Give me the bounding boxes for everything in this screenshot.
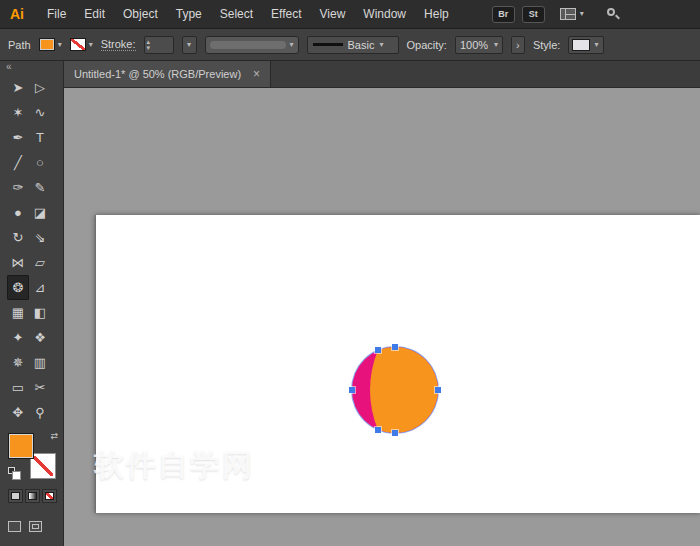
- pen-tool[interactable]: ✒: [7, 125, 29, 150]
- workspace-switcher[interactable]: ▾: [560, 8, 584, 20]
- brush-stroke-preview-icon: [313, 43, 343, 46]
- type-tool[interactable]: T: [29, 125, 51, 150]
- opacity-value: 100%: [460, 39, 488, 51]
- stepper-arrows-icon: ▴ ▾: [147, 39, 151, 50]
- direct-selection-tool[interactable]: ▷: [29, 75, 51, 100]
- opacity-options-button[interactable]: ›: [511, 36, 525, 54]
- bridge-button[interactable]: Br: [492, 6, 515, 23]
- selection-type-label: Path: [8, 39, 31, 51]
- menu-items: FileEditObjectTypeSelectEffectViewWindow…: [38, 7, 458, 21]
- stroke-weight-dropdown[interactable]: ▾: [182, 36, 197, 54]
- width-profile-preview: [210, 41, 286, 49]
- color-icon: [11, 492, 20, 500]
- screen-mode-icon[interactable]: [29, 521, 42, 532]
- magic-wand-tool[interactable]: ✶: [7, 100, 29, 125]
- watermark: 软件自学网 RJZXW.COM: [92, 445, 256, 504]
- stroke-panel-link[interactable]: Stroke:: [101, 38, 136, 51]
- artboard-tool[interactable]: ▭: [7, 375, 29, 400]
- swap-fill-stroke-icon[interactable]: ⇄: [50, 431, 58, 441]
- fill-stroke-widget: ⇄: [8, 433, 56, 479]
- shape-builder-tool[interactable]: ❂: [7, 275, 29, 300]
- menu-bar: Ai FileEditObjectTypeSelectEffectViewWin…: [0, 0, 700, 28]
- search-icon[interactable]: [605, 6, 621, 22]
- fill-swatch-icon: [39, 38, 55, 51]
- hand-tool[interactable]: ✥: [7, 400, 29, 425]
- ellipse-tool[interactable]: ○: [29, 150, 51, 175]
- drawing-mode-buttons: [8, 521, 42, 532]
- style-swatch-icon: [572, 39, 590, 51]
- stock-button[interactable]: St: [522, 6, 545, 23]
- eyedropper-tool[interactable]: ✦: [7, 325, 29, 350]
- blob-brush-tool[interactable]: ●: [7, 200, 29, 225]
- chevron-down-icon: ▾: [187, 41, 191, 49]
- brush-definition-dropdown[interactable]: Basic ▾: [307, 36, 399, 54]
- pencil-tool[interactable]: ✎: [29, 175, 51, 200]
- gradient-tool[interactable]: ◧: [29, 300, 51, 325]
- none-button[interactable]: [42, 489, 57, 503]
- pink-crescent-shape[interactable]: [352, 347, 438, 433]
- color-button[interactable]: [8, 489, 23, 503]
- eraser-tool[interactable]: ◪: [29, 200, 51, 225]
- lasso-tool[interactable]: ∿: [29, 100, 51, 125]
- document-tab-title: Untitled-1* @ 50% (RGB/Preview): [74, 68, 241, 80]
- watermark-subtext: RJZXW.COM: [92, 492, 256, 504]
- fill-swatch[interactable]: [8, 433, 34, 459]
- symbol-sprayer-tool[interactable]: ✵: [7, 350, 29, 375]
- free-transform-tool[interactable]: ▱: [29, 250, 51, 275]
- stroke-color-control[interactable]: ▾: [70, 38, 93, 51]
- menu-item-select[interactable]: Select: [211, 7, 262, 21]
- width-profile-dropdown[interactable]: ▾: [205, 36, 299, 54]
- fill-color-control[interactable]: ▾: [39, 38, 62, 51]
- chevron-down-icon: ▾: [594, 41, 598, 49]
- style-dropdown[interactable]: ▾: [568, 36, 604, 54]
- chevron-down-icon: ▾: [494, 41, 498, 49]
- selection-tool[interactable]: ➤: [7, 75, 29, 100]
- none-icon: [45, 492, 54, 500]
- watermark-text: 软件自学网: [92, 445, 256, 486]
- menu-item-type[interactable]: Type: [167, 7, 211, 21]
- style-label: Style:: [533, 39, 561, 51]
- perspective-grid-tool[interactable]: ⊿: [29, 275, 51, 300]
- menu-item-object[interactable]: Object: [114, 7, 167, 21]
- draw-normal-icon[interactable]: [8, 521, 21, 532]
- chevron-down-icon: ▾: [290, 41, 294, 49]
- tab-strip: Untitled-1* @ 50% (RGB/Preview) ×: [64, 61, 700, 88]
- close-icon[interactable]: ×: [253, 68, 260, 80]
- blend-tool[interactable]: ❖: [29, 325, 51, 350]
- zoom-tool[interactable]: ⚲: [29, 400, 51, 425]
- opacity-panel-link[interactable]: Opacity:: [407, 39, 447, 51]
- stroke-none-swatch-icon: [70, 38, 86, 51]
- chevron-down-icon: ▾: [580, 10, 584, 18]
- paintbrush-tool[interactable]: ✑: [7, 175, 29, 200]
- opacity-input[interactable]: 100% ▾: [455, 36, 503, 54]
- collapse-panel-icon[interactable]: «: [0, 61, 63, 75]
- menu-item-effect[interactable]: Effect: [262, 7, 310, 21]
- chevron-down-icon: ▾: [379, 41, 383, 49]
- stepper-down-icon[interactable]: ▾: [147, 45, 151, 51]
- rotate-tool[interactable]: ↻: [7, 225, 29, 250]
- gradient-button[interactable]: [25, 489, 40, 503]
- menu-item-file[interactable]: File: [38, 7, 75, 21]
- canvas-area[interactable]: 软件自学网 RJZXW.COM: [64, 88, 700, 546]
- menu-item-help[interactable]: Help: [415, 7, 458, 21]
- width-tool[interactable]: ⋈: [7, 250, 29, 275]
- app-logo: Ai: [0, 6, 38, 22]
- document-tab[interactable]: Untitled-1* @ 50% (RGB/Preview) ×: [64, 61, 271, 87]
- slice-tool[interactable]: ✂: [29, 375, 51, 400]
- stroke-weight-stepper[interactable]: ▴ ▾: [144, 36, 174, 54]
- magnifier-handle-icon: [615, 15, 620, 20]
- scale-tool[interactable]: ⇘: [29, 225, 51, 250]
- chevron-down-icon: ▾: [58, 41, 62, 49]
- mesh-tool[interactable]: ▦: [7, 300, 29, 325]
- paint-mode-buttons: [8, 489, 57, 503]
- brush-definition-label: Basic: [348, 39, 375, 51]
- column-graph-tool[interactable]: ▥: [29, 350, 51, 375]
- menu-item-view[interactable]: View: [311, 7, 355, 21]
- appbar-extras: Br St ▾: [492, 6, 621, 23]
- tools-panel: « ➤▷✶∿✒T╱○✑✎●◪↻⇘⋈▱❂⊿▦◧✦❖✵▥▭✂✥⚲ ⇄: [0, 61, 64, 546]
- menu-item-window[interactable]: Window: [354, 7, 415, 21]
- line-segment-tool[interactable]: ╱: [7, 150, 29, 175]
- default-fill-stroke-icon[interactable]: [8, 467, 15, 474]
- magnifier-glass-icon: [607, 8, 615, 16]
- menu-item-edit[interactable]: Edit: [75, 7, 114, 21]
